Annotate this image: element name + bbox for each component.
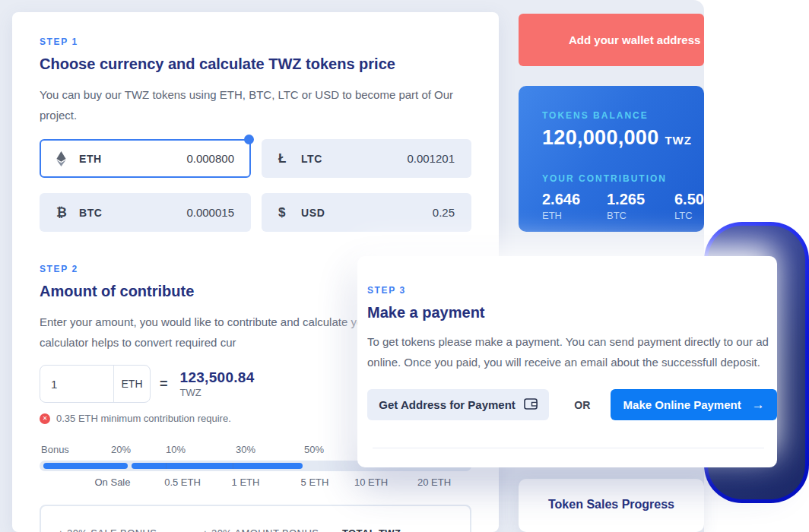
bonus-bar-separator [233,463,233,469]
contribution-unit: LTC [674,210,704,221]
or-label: OR [567,399,597,411]
bonus-percent: 20% [111,444,131,455]
amount-unit-label: ETH [113,366,150,402]
tokens-balance-unit: TWZ [665,134,691,147]
currency-code: ETH [79,153,102,165]
bonus-tick: 5 ETH [301,477,329,488]
contribution-unit: ETH [542,210,607,221]
step3-description-line1: To get tokens please make a payment. You… [367,331,770,352]
tokens-balance-card: TOKENS BALANCE 120,000,000 TWZ YOUR CONT… [519,86,704,232]
step3-title: Make a payment [367,302,777,322]
bonus-tick: On Sale [95,477,131,488]
bonus-tick-labels: On Sale 0.5 ETH 1 ETH 5 ETH 10 ETH 20 ET… [40,477,471,489]
currency-tile-btc[interactable]: ₿ BTC 0.000015 [40,193,251,232]
wallet-icon [524,398,538,412]
token-purchase-page: STEP 1 Choose currency and calculate TWZ… [0,0,809,532]
litecoin-icon: Ł [278,151,295,166]
bonus-bar-fill-segment [43,463,128,469]
currency-tile-eth[interactable]: ETH 0.000800 [40,139,251,178]
error-message: 0.35 ETH minimum contribution require. [56,413,231,424]
contribution-ltc: 6.500 LTC [674,191,704,221]
bonus-tick: 0.5 ETH [164,477,201,488]
make-payment-modal: STEP 3 Make a payment To get tokens plea… [357,256,777,467]
step1-label: STEP 1 [40,36,471,47]
currency-code: USD [301,207,325,219]
bonus-bar-separator [166,463,167,469]
step1-description: You can buy our TWZ tokens using ETH, BT… [40,84,467,125]
currency-code: LTC [301,153,322,165]
step3-description-line2: online. Once you paid, you will receive … [367,352,770,372]
step3-label: STEP 3 [367,285,777,296]
currency-rate: 0.000015 [186,206,234,219]
currency-rate: 0.000800 [186,152,234,165]
currency-tile-ltc[interactable]: Ł LTC 0.001201 [262,139,471,178]
result-value: 123,500.84 [180,369,255,386]
make-online-payment-button[interactable]: Make Online Payment → [611,389,777,420]
wallet-address-alert[interactable]: Add your wallet address before buying [519,14,704,66]
conversion-result: 123,500.84 TWZ [180,369,255,398]
error-icon: ✕ [40,413,50,424]
contribution-value: 2.646 [542,191,607,208]
contribution-value: 1.265 [607,191,674,208]
bitcoin-icon: ₿ [56,205,73,220]
bonus-bar-fill-segment [132,463,303,469]
sale-bonus-label: + 20% SALE BONUS [58,527,157,532]
payment-actions: Get Address for Payment OR Make Online P… [367,389,777,420]
currency-code: BTC [79,207,103,219]
get-address-button-label: Get Address for Payment [379,398,516,411]
bonus-label: Bonus [41,444,69,455]
currency-selector: ETH 0.000800 Ł LTC 0.001201 ₿ BTC 0.0000… [40,139,471,232]
currency-rate: 0.25 [433,206,455,219]
make-online-payment-label: Make Online Payment [623,398,741,411]
bonus-percent: 10% [166,444,186,455]
contribution-btc: 1.265 BTC [607,191,674,221]
equals-sign: = [160,376,168,392]
tokens-balance-value-row: 120,000,000 TWZ [542,126,704,150]
bonus-percent: 50% [304,444,324,455]
amount-input[interactable] [40,366,113,402]
amount-bonus-label: + 30% AMOUNT BONUS [202,527,319,532]
bonus-percent: 30% [236,444,255,455]
tokens-balance-label: TOKENS BALANCE [542,110,704,121]
token-sales-progress-card: Token Sales Progress [519,479,704,532]
contribution-unit: BTC [607,210,674,221]
total-twz-label: TOTAL TWZ [342,527,401,532]
bonus-tick: 20 ETH [417,477,451,488]
contribution-row: 2.646 ETH 1.265 BTC 6.500 LTC [542,191,704,221]
your-contribution-label: YOUR CONTRIBUTION [542,173,704,184]
tokens-balance-value: 120,000,000 [542,126,658,150]
currency-rate: 0.001201 [407,152,455,165]
contribution-value: 6.500 [674,191,704,208]
amount-box: ETH [40,365,151,403]
step3-description: To get tokens please make a payment. You… [367,331,770,372]
arrow-right-icon: → [752,397,765,413]
bonus-tick: 1 ETH [232,477,260,488]
ethereum-icon [56,151,73,166]
bonus-tick: 10 ETH [354,477,388,488]
dollar-icon: $ [278,205,295,220]
step1-title: Choose currency and calculate TWZ tokens… [40,54,471,74]
contribution-eth: 2.646 ETH [542,191,607,221]
bonus-summary: + 20% SALE BONUS + 30% AMOUNT BONUS TOTA… [40,505,471,532]
result-unit: TWZ [180,387,255,398]
token-sales-progress-title: Token Sales Progress [519,498,704,511]
get-address-button[interactable]: Get Address for Payment [367,389,549,420]
modal-divider [373,448,764,448]
currency-tile-usd[interactable]: $ USD 0.25 [262,193,471,232]
